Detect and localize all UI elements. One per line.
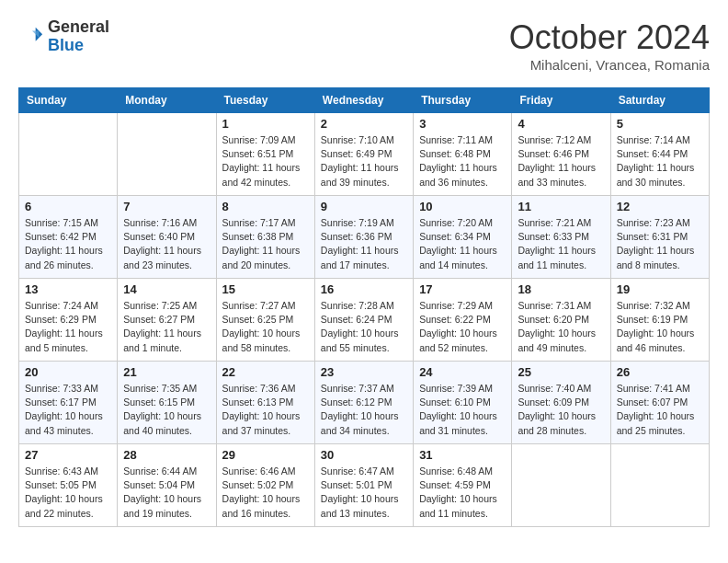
calendar-cell: 29Sunrise: 6:46 AM Sunset: 5:02 PM Dayli…	[216, 444, 314, 527]
week-row-2: 6Sunrise: 7:15 AM Sunset: 6:42 PM Daylig…	[19, 196, 710, 279]
month-title: October 2024	[509, 18, 710, 57]
calendar-cell: 30Sunrise: 6:47 AM Sunset: 5:01 PM Dayli…	[314, 444, 413, 527]
calendar-cell: 9Sunrise: 7:19 AM Sunset: 6:36 PM Daylig…	[314, 196, 413, 279]
calendar-cell: 14Sunrise: 7:25 AM Sunset: 6:27 PM Dayli…	[118, 279, 216, 362]
title-section: October 2024 Mihalceni, Vrancea, Romania	[509, 18, 710, 73]
day-info: Sunrise: 7:11 AM Sunset: 6:48 PM Dayligh…	[419, 133, 506, 190]
calendar-cell: 18Sunrise: 7:31 AM Sunset: 6:20 PM Dayli…	[512, 279, 610, 362]
day-info: Sunrise: 7:12 AM Sunset: 6:46 PM Dayligh…	[518, 133, 604, 190]
date-number: 25	[518, 365, 604, 379]
day-header-tuesday: Tuesday	[216, 88, 314, 113]
day-info: Sunrise: 6:43 AM Sunset: 5:05 PM Dayligh…	[25, 465, 111, 521]
day-info: Sunrise: 7:40 AM Sunset: 6:09 PM Dayligh…	[518, 382, 604, 438]
day-info: Sunrise: 7:17 AM Sunset: 6:38 PM Dayligh…	[222, 216, 309, 272]
date-number: 6	[25, 200, 111, 213]
day-info: Sunrise: 7:14 AM Sunset: 6:44 PM Dayligh…	[617, 133, 703, 190]
logo-text: General Blue	[48, 18, 109, 55]
date-number: 27	[25, 448, 111, 462]
day-info: Sunrise: 7:32 AM Sunset: 6:19 PM Dayligh…	[617, 299, 703, 355]
date-number: 21	[123, 365, 210, 379]
date-number: 16	[321, 282, 407, 296]
day-header-monday: Monday	[118, 88, 216, 113]
day-info: Sunrise: 7:37 AM Sunset: 6:12 PM Dayligh…	[321, 382, 407, 438]
date-number: 7	[123, 200, 210, 213]
date-number: 9	[321, 200, 407, 213]
calendar-cell: 20Sunrise: 7:33 AM Sunset: 6:17 PM Dayli…	[19, 362, 118, 444]
date-number: 12	[617, 200, 703, 213]
day-info: Sunrise: 7:27 AM Sunset: 6:25 PM Dayligh…	[222, 299, 309, 355]
calendar-cell: 23Sunrise: 7:37 AM Sunset: 6:12 PM Dayli…	[314, 362, 413, 444]
day-info: Sunrise: 7:33 AM Sunset: 6:17 PM Dayligh…	[25, 382, 111, 438]
week-row-5: 27Sunrise: 6:43 AM Sunset: 5:05 PM Dayli…	[19, 444, 710, 527]
calendar-cell: 16Sunrise: 7:28 AM Sunset: 6:24 PM Dayli…	[314, 279, 413, 362]
week-row-1: 1Sunrise: 7:09 AM Sunset: 6:51 PM Daylig…	[19, 113, 710, 196]
date-number: 15	[222, 282, 309, 296]
day-info: Sunrise: 7:25 AM Sunset: 6:27 PM Dayligh…	[123, 299, 210, 355]
calendar-cell: 4Sunrise: 7:12 AM Sunset: 6:46 PM Daylig…	[512, 113, 610, 196]
date-number: 5	[617, 117, 703, 131]
calendar-table: SundayMondayTuesdayWednesdayThursdayFrid…	[18, 87, 710, 527]
day-info: Sunrise: 6:47 AM Sunset: 5:01 PM Dayligh…	[321, 465, 407, 521]
day-info: Sunrise: 6:46 AM Sunset: 5:02 PM Dayligh…	[222, 465, 309, 521]
calendar-cell: 15Sunrise: 7:27 AM Sunset: 6:25 PM Dayli…	[216, 279, 314, 362]
calendar-cell: 19Sunrise: 7:32 AM Sunset: 6:19 PM Dayli…	[610, 279, 709, 362]
day-header-wednesday: Wednesday	[314, 88, 413, 113]
day-info: Sunrise: 7:19 AM Sunset: 6:36 PM Dayligh…	[321, 216, 407, 272]
day-info: Sunrise: 7:23 AM Sunset: 6:31 PM Dayligh…	[617, 216, 703, 272]
calendar-cell: 13Sunrise: 7:24 AM Sunset: 6:29 PM Dayli…	[19, 279, 118, 362]
calendar-cell: 1Sunrise: 7:09 AM Sunset: 6:51 PM Daylig…	[216, 113, 314, 196]
calendar-cell	[610, 444, 709, 527]
day-info: Sunrise: 7:24 AM Sunset: 6:29 PM Dayligh…	[25, 299, 111, 355]
date-number: 4	[518, 117, 604, 131]
date-number: 8	[222, 200, 309, 213]
date-number: 14	[123, 282, 210, 296]
date-number: 31	[419, 448, 506, 462]
date-number: 11	[518, 200, 604, 213]
week-row-4: 20Sunrise: 7:33 AM Sunset: 6:17 PM Dayli…	[19, 362, 710, 444]
day-info: Sunrise: 7:28 AM Sunset: 6:24 PM Dayligh…	[321, 299, 407, 355]
date-number: 10	[419, 200, 506, 213]
day-header-thursday: Thursday	[414, 88, 512, 113]
header-row: SundayMondayTuesdayWednesdayThursdayFrid…	[19, 88, 710, 113]
calendar-cell	[512, 444, 610, 527]
location-subtitle: Mihalceni, Vrancea, Romania	[509, 57, 710, 73]
date-number: 2	[321, 117, 407, 131]
day-info: Sunrise: 7:16 AM Sunset: 6:40 PM Dayligh…	[123, 216, 210, 272]
day-info: Sunrise: 7:20 AM Sunset: 6:34 PM Dayligh…	[419, 216, 506, 272]
calendar-cell	[118, 113, 216, 196]
day-info: Sunrise: 6:48 AM Sunset: 4:59 PM Dayligh…	[419, 465, 506, 521]
calendar-cell: 7Sunrise: 7:16 AM Sunset: 6:40 PM Daylig…	[118, 196, 216, 279]
day-info: Sunrise: 7:15 AM Sunset: 6:42 PM Dayligh…	[25, 216, 111, 272]
day-info: Sunrise: 7:35 AM Sunset: 6:15 PM Dayligh…	[123, 382, 210, 438]
date-number: 17	[419, 282, 506, 296]
date-number: 19	[617, 282, 703, 296]
day-info: Sunrise: 7:36 AM Sunset: 6:13 PM Dayligh…	[222, 382, 309, 438]
calendar-cell: 17Sunrise: 7:29 AM Sunset: 6:22 PM Dayli…	[414, 279, 512, 362]
date-number: 26	[617, 365, 703, 379]
calendar-cell: 5Sunrise: 7:14 AM Sunset: 6:44 PM Daylig…	[610, 113, 709, 196]
day-info: Sunrise: 7:31 AM Sunset: 6:20 PM Dayligh…	[518, 299, 604, 355]
day-info: Sunrise: 7:09 AM Sunset: 6:51 PM Dayligh…	[222, 133, 309, 190]
day-info: Sunrise: 7:21 AM Sunset: 6:33 PM Dayligh…	[518, 216, 604, 272]
calendar-cell: 10Sunrise: 7:20 AM Sunset: 6:34 PM Dayli…	[414, 196, 512, 279]
calendar-cell	[19, 113, 118, 196]
calendar-cell: 31Sunrise: 6:48 AM Sunset: 4:59 PM Dayli…	[414, 444, 512, 527]
day-header-saturday: Saturday	[610, 88, 709, 113]
calendar-cell: 12Sunrise: 7:23 AM Sunset: 6:31 PM Dayli…	[610, 196, 709, 279]
date-number: 29	[222, 448, 309, 462]
date-number: 23	[321, 365, 407, 379]
calendar-cell: 6Sunrise: 7:15 AM Sunset: 6:42 PM Daylig…	[19, 196, 118, 279]
date-number: 30	[321, 448, 407, 462]
logo-icon	[18, 24, 44, 50]
day-info: Sunrise: 7:10 AM Sunset: 6:49 PM Dayligh…	[321, 133, 407, 190]
calendar-cell: 11Sunrise: 7:21 AM Sunset: 6:33 PM Dayli…	[512, 196, 610, 279]
calendar-cell: 3Sunrise: 7:11 AM Sunset: 6:48 PM Daylig…	[414, 113, 512, 196]
calendar-cell: 26Sunrise: 7:41 AM Sunset: 6:07 PM Dayli…	[610, 362, 709, 444]
date-number: 3	[419, 117, 506, 131]
calendar-cell: 2Sunrise: 7:10 AM Sunset: 6:49 PM Daylig…	[314, 113, 413, 196]
calendar-cell: 22Sunrise: 7:36 AM Sunset: 6:13 PM Dayli…	[216, 362, 314, 444]
day-info: Sunrise: 6:44 AM Sunset: 5:04 PM Dayligh…	[123, 465, 210, 521]
date-number: 28	[123, 448, 210, 462]
date-number: 18	[518, 282, 604, 296]
day-header-sunday: Sunday	[19, 88, 118, 113]
